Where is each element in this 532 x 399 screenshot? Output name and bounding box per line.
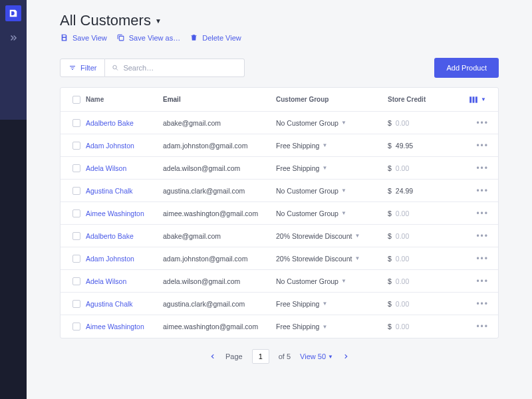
chevron-double-right-icon	[9, 33, 18, 43]
chevron-down-icon: ▼	[481, 96, 486, 102]
customer-name-link[interactable]: Adam Johnston	[86, 142, 134, 150]
page-input[interactable]	[252, 349, 269, 364]
page-size-label: View 50	[300, 352, 326, 360]
customer-name-link[interactable]: Agustina Chalk	[86, 187, 133, 195]
table-row: Adela Wilsonadela.wilson@gmail.comNo Cus…	[61, 270, 498, 293]
save-view-as-button[interactable]: Save View as…	[116, 33, 180, 42]
customer-name-link[interactable]: Adela Wilson	[86, 164, 126, 172]
store-credit: $0.00	[388, 300, 441, 308]
page-title-row[interactable]: All Customers ▼	[60, 12, 499, 29]
row-checkbox[interactable]	[72, 119, 80, 127]
next-page-button[interactable]	[342, 351, 349, 362]
customer-email: adela.wilson@gmail.com	[163, 164, 276, 172]
brand-logo[interactable]	[5, 5, 21, 21]
row-checkbox[interactable]	[72, 300, 80, 308]
sidebar	[0, 0, 27, 399]
copy-icon	[116, 33, 125, 42]
customer-group-select[interactable]: 20% Storewide Discount▼	[276, 232, 388, 240]
page-of-label: of 5	[279, 352, 291, 360]
row-actions-button[interactable]: •••	[476, 231, 489, 241]
header-name[interactable]: Name	[86, 96, 163, 103]
customer-name-link[interactable]: Aimee Washington	[86, 209, 144, 217]
chevron-down-icon: ▼	[354, 255, 360, 261]
row-actions-button[interactable]: •••	[476, 277, 489, 286]
chevron-down-icon: ▼	[341, 278, 346, 284]
customer-group-select[interactable]: No Customer Group▼	[276, 209, 388, 217]
row-actions-button[interactable]: •••	[476, 322, 489, 331]
search-icon	[112, 64, 119, 72]
store-credit: $0.00	[388, 119, 441, 127]
search-field[interactable]	[105, 59, 245, 77]
customer-email: adam.johnston@gmail.com	[163, 142, 276, 150]
column-settings-button[interactable]: ▼	[469, 96, 489, 104]
chevron-down-icon: ▼	[354, 233, 360, 239]
row-checkbox[interactable]	[72, 277, 80, 285]
row-checkbox[interactable]	[72, 142, 80, 150]
row-checkbox[interactable]	[72, 255, 80, 263]
header-email[interactable]: Email	[163, 96, 276, 103]
table-row: Aimee Washingtonaimee.washington@gmail.c…	[61, 315, 498, 338]
pagination: Page of 5 View 50 ▼	[60, 338, 499, 374]
row-actions-button[interactable]: •••	[476, 118, 489, 128]
row-actions-button[interactable]: •••	[476, 164, 489, 173]
save-view-button[interactable]: Save View	[60, 33, 107, 42]
chevron-down-icon: ▼	[155, 17, 162, 25]
row-actions-button[interactable]: •••	[476, 186, 489, 196]
customer-group-select[interactable]: Free Shipping▼	[276, 142, 388, 150]
page-size-select[interactable]: View 50 ▼	[300, 352, 333, 360]
customer-name-link[interactable]: Adela Wilson	[86, 277, 126, 285]
store-credit: $0.00	[388, 277, 441, 285]
customer-name-link[interactable]: Adalberto Bake	[86, 232, 134, 240]
customer-group-select[interactable]: No Customer Group▼	[276, 277, 388, 285]
store-credit: $0.00	[388, 232, 441, 240]
row-actions-button[interactable]: •••	[476, 254, 489, 263]
row-checkbox[interactable]	[72, 187, 80, 195]
customer-name-link[interactable]: Adalberto Bake	[86, 119, 134, 127]
brand-logo-icon	[9, 9, 18, 18]
expand-sidebar-button[interactable]	[9, 33, 18, 45]
filter-button[interactable]: Filter	[60, 59, 105, 77]
store-credit: $24.99	[388, 187, 441, 195]
row-checkbox[interactable]	[72, 209, 80, 217]
svg-rect-4	[475, 96, 477, 102]
customer-email: agustina.clark@gmail.com	[163, 300, 276, 308]
page-title: All Customers	[60, 12, 151, 29]
columns-icon	[469, 96, 478, 104]
select-all-checkbox[interactable]	[72, 96, 80, 104]
table-header: Name Email Customer Group Store Credit ▼	[61, 88, 498, 112]
row-actions-button[interactable]: •••	[476, 141, 489, 150]
store-credit: $0.00	[388, 164, 441, 172]
store-credit: $49.95	[388, 142, 441, 150]
row-checkbox[interactable]	[72, 323, 80, 331]
add-product-button[interactable]: Add Product	[434, 58, 499, 78]
header-credit[interactable]: Store Credit	[388, 96, 441, 103]
customer-group-select[interactable]: No Customer Group▼	[276, 187, 388, 195]
prev-page-button[interactable]	[209, 351, 216, 362]
chevron-down-icon: ▼	[341, 210, 346, 216]
customer-group-select[interactable]: Free Shipping▼	[276, 323, 388, 331]
main-content: All Customers ▼ Save View Save View as… …	[27, 0, 532, 399]
row-checkbox[interactable]	[72, 232, 80, 240]
row-actions-button[interactable]: •••	[476, 209, 489, 218]
header-group[interactable]: Customer Group	[276, 96, 388, 103]
table-row: Adam Johnstonadam.johnston@gmail.comFree…	[61, 134, 498, 157]
view-actions: Save View Save View as… Delete View	[60, 33, 499, 42]
customer-group-select[interactable]: No Customer Group▼	[276, 119, 388, 127]
customer-group-select[interactable]: Free Shipping▼	[276, 164, 388, 172]
row-actions-button[interactable]: •••	[476, 299, 489, 309]
delete-view-button[interactable]: Delete View	[190, 33, 241, 42]
page-label: Page	[225, 352, 243, 360]
customer-group-select[interactable]: 20% Storewide Discount▼	[276, 255, 388, 263]
chevron-down-icon: ▼	[328, 354, 333, 360]
customer-group-select[interactable]: Free Shipping▼	[276, 300, 388, 308]
table-row: Adela Wilsonadela.wilson@gmail.comFree S…	[61, 157, 498, 180]
svg-rect-3	[473, 96, 475, 102]
row-checkbox[interactable]	[72, 164, 80, 172]
customer-email: agustina.clark@gmail.com	[163, 187, 276, 195]
search-input[interactable]	[123, 64, 237, 72]
save-view-label: Save View	[72, 34, 107, 42]
customer-name-link[interactable]: Aimee Washington	[86, 323, 144, 331]
filter-icon	[68, 64, 76, 72]
customer-name-link[interactable]: Agustina Chalk	[86, 300, 133, 308]
customer-name-link[interactable]: Adam Johnston	[86, 255, 134, 263]
